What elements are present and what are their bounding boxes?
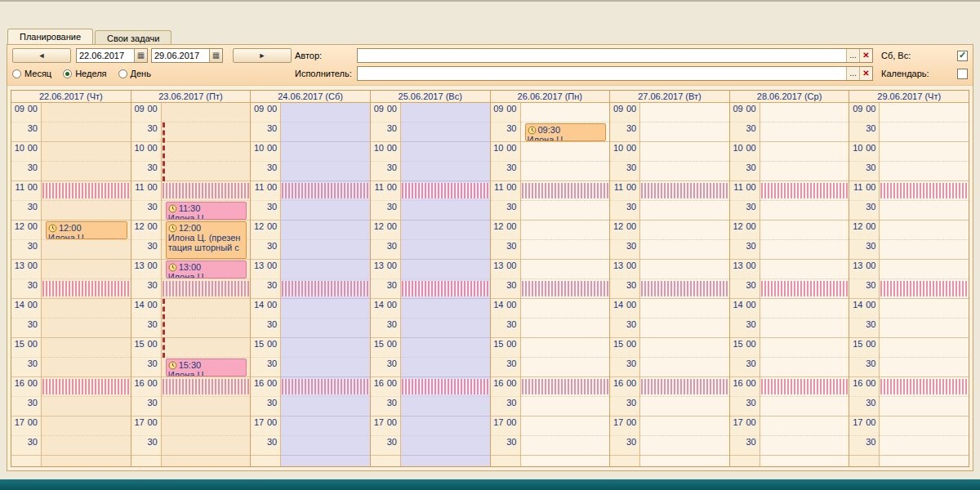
time-slot[interactable] bbox=[640, 201, 729, 220]
time-slot[interactable] bbox=[640, 358, 729, 377]
time-slot[interactable] bbox=[401, 122, 490, 142]
time-slot[interactable] bbox=[760, 436, 849, 456]
time-slot[interactable] bbox=[162, 122, 251, 142]
time-slot[interactable] bbox=[162, 162, 251, 181]
calendar-event[interactable]: 12:00Илона Ц. (презентация шторный с bbox=[166, 221, 247, 259]
time-slot[interactable] bbox=[42, 142, 131, 162]
calendar-picker-icon[interactable]: ▦ bbox=[134, 49, 147, 62]
view-option[interactable]: День bbox=[118, 69, 151, 78]
time-slot[interactable] bbox=[521, 299, 610, 318]
next-period-button[interactable]: ► bbox=[233, 48, 292, 63]
time-slot[interactable] bbox=[42, 358, 131, 377]
time-slot[interactable] bbox=[162, 318, 251, 338]
time-slot[interactable] bbox=[640, 318, 729, 338]
time-slot[interactable] bbox=[42, 240, 131, 260]
time-slot[interactable] bbox=[401, 397, 490, 416]
time-slot[interactable] bbox=[880, 436, 969, 456]
time-slot[interactable] bbox=[640, 260, 729, 279]
author-select-button[interactable]: ... bbox=[846, 49, 859, 62]
calendar-event[interactable]: 15:30Илона Ц. bbox=[166, 359, 247, 376]
time-slot[interactable] bbox=[521, 162, 610, 181]
time-slot[interactable] bbox=[760, 220, 849, 240]
time-slot[interactable] bbox=[880, 260, 969, 279]
calendar-picker-icon[interactable]: ▦ bbox=[209, 49, 222, 62]
time-slot[interactable] bbox=[42, 338, 131, 358]
time-slot[interactable] bbox=[880, 240, 969, 260]
time-slot[interactable] bbox=[640, 240, 729, 260]
executor-input[interactable] bbox=[358, 67, 846, 80]
time-slot[interactable] bbox=[42, 103, 131, 122]
time-slot[interactable] bbox=[760, 240, 849, 260]
author-input[interactable] bbox=[358, 49, 846, 62]
time-slot[interactable] bbox=[760, 416, 849, 436]
time-slot[interactable] bbox=[521, 436, 610, 456]
time-slot[interactable] bbox=[281, 397, 370, 416]
day-area[interactable]: 11:30Илона Ц.12:00Илона Ц. (презентация … bbox=[162, 103, 251, 466]
time-slot[interactable] bbox=[281, 416, 370, 436]
time-slot[interactable] bbox=[880, 358, 969, 377]
time-slot[interactable] bbox=[281, 299, 370, 318]
time-slot[interactable] bbox=[760, 162, 849, 181]
time-slot[interactable] bbox=[401, 103, 490, 122]
time-slot[interactable] bbox=[401, 201, 490, 220]
time-slot[interactable] bbox=[760, 338, 849, 358]
time-slot[interactable] bbox=[640, 299, 729, 318]
day-area[interactable] bbox=[281, 103, 370, 466]
time-slot[interactable] bbox=[281, 142, 370, 162]
date-to-input[interactable] bbox=[152, 49, 209, 62]
time-slot[interactable] bbox=[521, 338, 610, 358]
time-slot[interactable] bbox=[760, 318, 849, 338]
time-slot[interactable] bbox=[880, 397, 969, 416]
time-slot[interactable] bbox=[401, 220, 490, 240]
view-option[interactable]: Месяц bbox=[12, 69, 51, 78]
time-slot[interactable] bbox=[281, 318, 370, 338]
time-slot[interactable] bbox=[401, 240, 490, 260]
date-from-input[interactable] bbox=[77, 49, 134, 62]
time-slot[interactable] bbox=[162, 103, 251, 122]
time-slot[interactable] bbox=[640, 397, 729, 416]
time-slot[interactable] bbox=[880, 318, 969, 338]
time-slot[interactable] bbox=[401, 338, 490, 358]
time-slot[interactable] bbox=[521, 142, 610, 162]
time-slot[interactable] bbox=[521, 220, 610, 240]
calendar-event[interactable]: 11:30Илона Ц. bbox=[166, 202, 247, 220]
time-slot[interactable] bbox=[281, 260, 370, 279]
time-slot[interactable] bbox=[640, 220, 729, 240]
time-slot[interactable] bbox=[281, 201, 370, 220]
calendar-checkbox[interactable] bbox=[957, 69, 968, 79]
time-slot[interactable] bbox=[401, 436, 490, 456]
time-slot[interactable] bbox=[401, 260, 490, 279]
time-slot[interactable] bbox=[521, 260, 610, 279]
time-slot[interactable] bbox=[42, 416, 131, 436]
time-slot[interactable] bbox=[880, 299, 969, 318]
time-slot[interactable] bbox=[162, 416, 251, 436]
time-slot[interactable] bbox=[42, 318, 131, 338]
time-slot[interactable] bbox=[760, 142, 849, 162]
time-slot[interactable] bbox=[640, 142, 729, 162]
time-slot[interactable] bbox=[880, 416, 969, 436]
time-slot[interactable] bbox=[760, 397, 849, 416]
time-slot[interactable] bbox=[401, 416, 490, 436]
time-slot[interactable] bbox=[640, 436, 729, 456]
time-slot[interactable] bbox=[42, 436, 131, 456]
time-slot[interactable] bbox=[42, 260, 131, 279]
time-slot[interactable] bbox=[281, 162, 370, 181]
time-slot[interactable] bbox=[640, 103, 729, 122]
calendar-event[interactable]: 12:00Илона Ц. bbox=[46, 221, 127, 239]
time-slot[interactable] bbox=[281, 436, 370, 456]
time-slot[interactable] bbox=[640, 338, 729, 358]
tab[interactable]: Свои задачи bbox=[95, 30, 172, 44]
time-slot[interactable] bbox=[880, 201, 969, 220]
time-slot[interactable] bbox=[760, 103, 849, 122]
day-area[interactable] bbox=[401, 103, 490, 466]
time-slot[interactable] bbox=[162, 142, 251, 162]
time-slot[interactable] bbox=[760, 201, 849, 220]
day-area[interactable] bbox=[640, 103, 729, 466]
time-slot[interactable] bbox=[880, 162, 969, 181]
author-clear-button[interactable]: ✕ bbox=[859, 49, 872, 62]
time-slot[interactable] bbox=[880, 220, 969, 240]
time-slot[interactable] bbox=[760, 260, 849, 279]
time-slot[interactable] bbox=[760, 122, 849, 142]
time-slot[interactable] bbox=[640, 416, 729, 436]
calendar-event[interactable]: 09:30Илона Ц. bbox=[525, 123, 607, 141]
